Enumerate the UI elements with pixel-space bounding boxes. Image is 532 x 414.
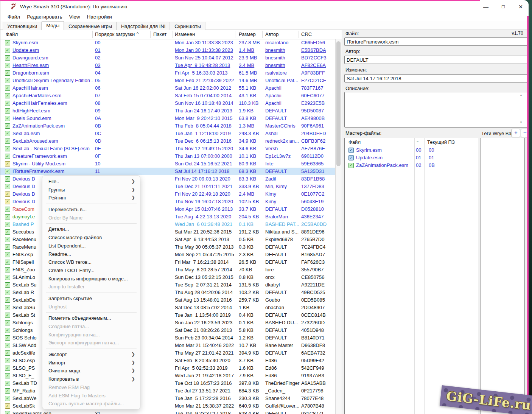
description-field[interactable] — [344, 92, 527, 128]
mod-checkbox[interactable]: ✓ — [5, 40, 10, 45]
table-row[interactable]: ✓Unofficial Skyrim Legendary Edition ...… — [0, 77, 335, 84]
table-row[interactable]: ✓Dragonborn.esm04Fri Apr 5 16:33:03 2013… — [0, 69, 335, 77]
mod-checkbox[interactable]: ✓ — [5, 63, 10, 68]
add-tag-button[interactable]: + — [512, 129, 520, 137]
mod-checkbox[interactable]: ✓ — [5, 275, 10, 280]
column-header-file[interactable]: Файл — [6, 30, 18, 39]
context-menu-item-список-wb-тегов-[interactable]: Список WB тегов... — [42, 258, 140, 266]
context-menu-item-список-мастер-файлов[interactable]: Список мастер-файлов — [42, 233, 140, 242]
table-row[interactable]: ✓SexLab.esm0CTue Jan 1 12:18:00 2019248.… — [0, 130, 335, 137]
mod-checkbox[interactable]: ✓ — [5, 373, 10, 378]
scrollbar-thumb[interactable] — [336, 41, 341, 166]
mod-checkbox[interactable]: ✓ — [5, 176, 10, 182]
menubar-item-Файл[interactable]: Файл — [4, 12, 23, 21]
maximize-button[interactable]: □ — [497, 2, 510, 12]
context-menu-item-list-dependent-[interactable]: List Dependent... — [42, 242, 140, 250]
master-file-row[interactable]: ✓ZaZAnimationPack.esm020B — [345, 162, 479, 169]
context-menu-item-импорт[interactable]: Импорт❯ — [42, 359, 140, 367]
mod-checkbox[interactable]: ✓ — [5, 267, 10, 272]
column-header-size[interactable]: Размер — [239, 30, 256, 39]
tab-Моды[interactable]: Моды — [42, 21, 64, 30]
context-menu-item-create-loot-entry-[interactable]: Create LOOT Entry... — [42, 266, 140, 275]
mod-checkbox[interactable]: ✓ — [5, 184, 10, 189]
mod-checkbox[interactable]: ✓ — [5, 358, 10, 363]
master-checkbox[interactable]: ✓ — [348, 155, 354, 160]
mod-checkbox[interactable]: ✓ — [5, 237, 10, 242]
master-file-row[interactable]: ✓Skyrim.esm0000 — [345, 146, 479, 154]
mod-checkbox[interactable]: ✓ — [5, 116, 10, 121]
mod-checkbox[interactable]: ✓ — [5, 70, 10, 76]
table-row[interactable]: ✓SexLab - Sexual Fame [SLSF].esm0EThu No… — [0, 145, 335, 153]
mod-checkbox[interactable]: ✓ — [5, 328, 10, 333]
mod-checkbox[interactable]: ✓ — [5, 191, 10, 197]
context-menu-item-readme-[interactable]: Readme... — [42, 250, 140, 258]
mod-checkbox[interactable]: ✓ — [5, 214, 10, 219]
mod-checkbox[interactable]: ✓ — [5, 305, 10, 310]
close-button[interactable]: ✕ — [514, 2, 527, 12]
context-menu-item-переместить-в-[interactable]: Переместить в... — [42, 205, 140, 214]
master-checkbox[interactable]: ✓ — [348, 163, 354, 168]
tab-Скриншоты[interactable]: Скриншоты — [170, 22, 205, 30]
column-header-load-order[interactable]: Порядок загрузки — [95, 30, 135, 39]
mod-checkbox[interactable]: ✓ — [5, 290, 10, 295]
table-row[interactable]: ✓ApachiiHair.esm06Sat Jun 16 22:02:00 20… — [0, 84, 335, 92]
context-menu-item-копировать-информацию-о-моде-[interactable]: Копировать информацию о моде... — [42, 275, 140, 283]
mod-checkbox[interactable]: ✓ — [5, 313, 10, 318]
tab-Сохраненные игры[interactable]: Сохраненные игры — [64, 22, 117, 30]
mod-checkbox[interactable]: ✓ — [5, 146, 10, 151]
mod-checkbox[interactable]: ✓ — [5, 335, 10, 341]
table-row[interactable]: ✓ApachiiHairFemales.esm08Sun Nov 16 10:1… — [0, 100, 335, 107]
mod-checkbox[interactable]: ✓ — [5, 297, 10, 303]
mod-checkbox[interactable]: ✓ — [5, 101, 10, 106]
wrye-bash-tags-box[interactable] — [481, 138, 525, 414]
table-row[interactable]: ✓SexistGuards.esp31Tue Jan 9 23:37:17 20… — [0, 410, 335, 414]
minimize-button[interactable]: — — [479, 2, 492, 12]
mod-checkbox[interactable]: ✓ — [5, 388, 10, 394]
context-menu-item-запретить-скрытие[interactable]: Запретить скрытие — [42, 294, 140, 303]
table-row[interactable]: ✓Update.esm01Mon Jan 30 11:33:38 20231.4… — [0, 47, 335, 54]
column-header-crc[interactable]: CRC — [301, 30, 312, 39]
context-menu-item-детали-[interactable]: Детали... — [42, 225, 140, 233]
table-row[interactable]: ✓Dawnguard.esm02Sun Nov 25 10:04:07 2012… — [0, 54, 335, 62]
context-menu-item-копировать-в[interactable]: Копировать в❯ — [42, 375, 140, 383]
master-checkbox[interactable]: ✓ — [348, 148, 354, 153]
mod-checkbox[interactable]: ✓ — [5, 169, 10, 174]
mod-checkbox[interactable]: ✓ — [5, 244, 10, 250]
mod-checkbox[interactable]: ✓ — [5, 411, 10, 414]
scroll-down-icon[interactable]: ▼ — [520, 121, 523, 124]
table-row[interactable]: ✓ZaZAnimationPack.esm0BThu Feb 8 05:04:4… — [0, 122, 335, 130]
column-header-author[interactable]: Автор — [265, 30, 279, 39]
menubar-item-Настройки[interactable]: Настройки — [84, 12, 115, 21]
mod-checkbox[interactable]: ✓ — [5, 161, 10, 167]
mod-checkbox[interactable]: ✓ — [5, 320, 10, 325]
table-row[interactable]: ✓HearthFires.esm03Tue Apr 9 16:48:28 201… — [0, 62, 335, 69]
mod-checkbox[interactable]: ✓ — [5, 260, 10, 265]
master-file-row[interactable]: ✓Update.esm0101 — [345, 154, 479, 162]
vertical-scrollbar[interactable] — [335, 39, 342, 414]
mod-checkbox[interactable]: ✓ — [5, 366, 10, 371]
table-row[interactable]: ✓hdtHighHeel.esm09Thu Jan 24 16:17:40 20… — [0, 107, 335, 115]
mod-checkbox[interactable]: ✓ — [5, 55, 10, 61]
context-menu-item-пометить-объединяемым-[interactable]: Пометить объединяемым... — [42, 314, 140, 322]
mod-checkbox[interactable]: ✓ — [5, 381, 10, 386]
mod-checkbox[interactable]: ✓ — [5, 48, 10, 53]
context-menu-item-рейтинг[interactable]: Рейтинг❯ — [42, 194, 140, 202]
menubar-item-View[interactable]: View — [65, 12, 83, 21]
table-row[interactable]: ✓SexLabAroused.esm0DTue Dec 6 06:15:13 2… — [0, 137, 335, 145]
tab-Установщики[interactable]: Установщики — [3, 22, 42, 30]
mod-checkbox[interactable]: ✓ — [5, 396, 10, 401]
mod-checkbox[interactable]: ✓ — [5, 123, 10, 129]
mod-checkbox[interactable]: ✓ — [5, 139, 10, 144]
table-row[interactable]: ✓Heels Sound.esm0AMon Mar 9 20:42:10 201… — [0, 115, 335, 122]
mod-checkbox[interactable]: ✓ — [5, 350, 10, 356]
mod-checkbox[interactable]: ✓ — [5, 154, 10, 159]
mod-checkbox[interactable]: ✓ — [5, 343, 10, 348]
mod-checkbox[interactable]: ✓ — [5, 252, 10, 257]
mod-checkbox[interactable]: ✓ — [5, 86, 10, 91]
menubar-item-Редактировать[interactable]: Редактировать — [23, 12, 65, 21]
master-column-current-lo[interactable]: Текущий ПЗ — [427, 138, 455, 146]
modified-field[interactable] — [344, 74, 529, 82]
master-column-file[interactable]: Файл — [348, 138, 361, 146]
column-header-modified[interactable]: Изменен — [175, 30, 195, 39]
file-field[interactable] — [344, 37, 529, 46]
